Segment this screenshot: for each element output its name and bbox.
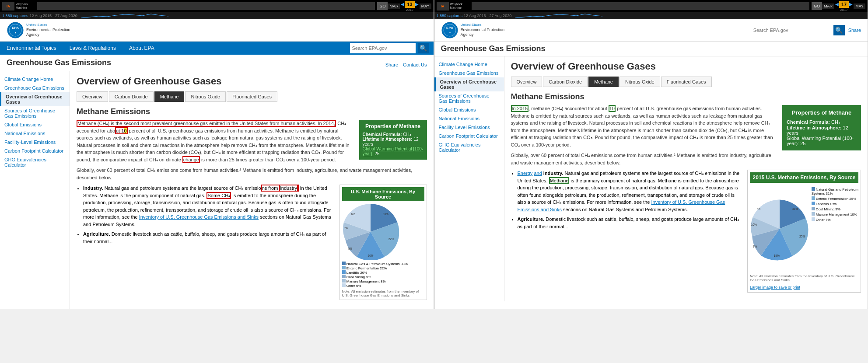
sidebar-ghg-calc-right[interactable]: GHG Equivalencies Calculator bbox=[434, 140, 504, 154]
wayback-subtitle-right: Machine bbox=[450, 6, 463, 10]
tab-overview-right[interactable]: Overview bbox=[511, 77, 542, 87]
tabs-right: Overview Carbon Dioxide Methane Nitrous … bbox=[511, 77, 861, 87]
sidebar-climate-home-right[interactable]: Climate Change Home bbox=[434, 60, 504, 69]
sidebar-global-left[interactable]: Global Emissions bbox=[0, 120, 70, 129]
epa-text-left: United States Environmental Protection A… bbox=[26, 23, 70, 38]
captures-range-right: 12 Aug 2016 - 27 Aug 2020 bbox=[464, 14, 511, 18]
gwp-link-left[interactable]: Global Warming Potential [100-year]: bbox=[363, 147, 424, 156]
share-link-left[interactable]: Share bbox=[385, 62, 398, 67]
next-arrow-right[interactable]: ▶ bbox=[849, 2, 853, 7]
chart-section-right: 2015 U.S. Methane Emissions, By Source bbox=[511, 170, 861, 297]
sidebar-sources-left[interactable]: Sources of Greenhouse Gas Emissions bbox=[0, 106, 70, 120]
sidebar-ghg-emissions-left[interactable]: Greenhouse Gas Emissions bbox=[0, 84, 70, 92]
inventory-link-right[interactable]: Inventory of U.S. Greenhouse Gas Emissio… bbox=[518, 199, 725, 212]
and-link-right[interactable]: and bbox=[534, 171, 542, 176]
sidebar-overview-right[interactable]: Overview of Greenhouse Gases bbox=[434, 77, 504, 91]
wayback-logo-right: IA Wayback Machine bbox=[437, 2, 472, 10]
wayback-logo-left: IA Wayback Machine bbox=[2, 2, 37, 10]
sidebar-facility-right[interactable]: Facility-Level Emissions bbox=[434, 123, 504, 132]
sidebar-sources-right[interactable]: Sources of Greenhouse Gas Emissions bbox=[434, 91, 504, 105]
contact-link-left[interactable]: Contact Us bbox=[403, 62, 427, 67]
tab-co2-right[interactable]: Carbon Dioxide bbox=[543, 77, 588, 87]
tab-methane-left[interactable]: Methane bbox=[154, 91, 185, 102]
svg-point-0 bbox=[7, 22, 23, 38]
url-bar-right: https://www.epa.gov/ghgemissions/overvie… bbox=[472, 2, 822, 10]
wayback-title: Wayback bbox=[16, 3, 28, 6]
sidebar-national-left[interactable]: National Emissions bbox=[0, 129, 70, 138]
epa-header-right: EPA ◆ United States Environmental Protec… bbox=[434, 19, 868, 42]
svg-text:9%: 9% bbox=[348, 247, 353, 250]
next-month-left[interactable]: MAY bbox=[420, 3, 431, 9]
sidebar-national-right[interactable]: National Emissions bbox=[434, 114, 504, 123]
tab-co2-left[interactable]: Carbon Dioxide bbox=[109, 91, 154, 102]
sidebar-ghg-emissions-right[interactable]: Greenhouse Gas Emissions bbox=[434, 69, 504, 77]
sidebar-global-right[interactable]: Global Emissions bbox=[434, 105, 504, 114]
epa-name-left: United States bbox=[26, 23, 70, 27]
search-input-left[interactable] bbox=[350, 43, 416, 53]
calendar-nav-left: MAR ◀ 13 ▶ 2017 MAY bbox=[388, 1, 431, 12]
sidebar-overview-left[interactable]: Overview of Greenhouse Gases bbox=[0, 92, 70, 106]
properties-box-left: Properties of Methane Chemical Formula: … bbox=[359, 120, 427, 160]
prev-arrow-right[interactable]: ◀ bbox=[835, 2, 839, 7]
main-content-left: Overview of Greenhouse Gases Overview Ca… bbox=[70, 71, 434, 309]
url-bar-left: https://www.epa.gov/ghgemissions/overvie… bbox=[37, 2, 388, 10]
next-arrow-left[interactable]: ▶ bbox=[415, 2, 419, 7]
go-button-right[interactable]: GO bbox=[812, 2, 822, 10]
inventory-link-left[interactable]: Inventory of U.S. Greenhouse Gas Emissio… bbox=[139, 214, 259, 220]
sidebar-facility-left[interactable]: Facility-Level Emissions bbox=[0, 138, 70, 147]
energy-link-right[interactable]: Energy bbox=[518, 171, 533, 176]
share-link-right[interactable]: Share bbox=[848, 28, 861, 33]
tab-n2o-right[interactable]: Nitrous Oxide bbox=[620, 77, 660, 87]
next-month-right[interactable]: MAY bbox=[854, 3, 865, 9]
nav-env-topics-left[interactable]: Environmental Topics bbox=[0, 42, 63, 55]
prev-month-right[interactable]: MAR bbox=[822, 3, 834, 9]
nav-about-left[interactable]: About EPA bbox=[122, 42, 161, 55]
chart-save-right: Larger image to save or print bbox=[750, 284, 858, 290]
svg-text:20%: 20% bbox=[368, 254, 373, 257]
search-button-right[interactable]: 🔍 bbox=[833, 25, 845, 35]
sidebar-ghg-calc-left[interactable]: GHG Equivalencies Calculator bbox=[0, 155, 70, 169]
sidebar-right: Climate Change Home Greenhouse Gas Emiss… bbox=[434, 56, 504, 301]
sidebar-carbon-right[interactable]: Carbon Footprint Calculator bbox=[434, 132, 504, 140]
sidebar-carbon-left[interactable]: Carbon Footprint Calculator bbox=[0, 147, 70, 155]
search-input-right[interactable] bbox=[751, 25, 830, 35]
main-title-right: Overview of Greenhouse Gases bbox=[511, 61, 861, 72]
sparkline-right bbox=[515, 13, 602, 19]
nav-laws-left[interactable]: Laws & Regulations bbox=[63, 42, 122, 55]
captures-link-right[interactable]: 1,880 captures bbox=[437, 14, 463, 18]
svg-text:6%: 6% bbox=[351, 213, 355, 216]
nav-search-left: 🔍 bbox=[346, 43, 434, 53]
lifetime-right: Lifetime in Atmosphere: 12 years bbox=[787, 125, 857, 136]
svg-point-10 bbox=[442, 22, 458, 38]
url-input-right[interactable]: https://www.epa.gov/ghgemissions/overvie… bbox=[472, 2, 809, 10]
epa-seal-right: EPA ◆ bbox=[441, 21, 458, 39]
captures-bar-right: 1,880 captures 12 Aug 2016 - 27 Aug 2020 bbox=[434, 12, 868, 19]
gwp-link-right[interactable]: Global Warming Potential (100-year): bbox=[787, 136, 854, 146]
body-text-2-left: Globally, over 60 percent of total CH₄ e… bbox=[77, 167, 427, 181]
captures-link-left[interactable]: 1,880 captures bbox=[2, 14, 28, 18]
wayback-bar-right: IA Wayback Machine https://www.epa.gov/g… bbox=[434, 0, 868, 12]
tab-n2o-left[interactable]: Nitrous Oxide bbox=[185, 91, 226, 102]
svg-text:7%: 7% bbox=[756, 207, 761, 210]
tab-methane-right[interactable]: Methane bbox=[588, 77, 619, 87]
prev-arrow-left[interactable]: ◀ bbox=[401, 2, 404, 7]
sidebar-left: Climate Change Home Greenhouse Gas Emiss… bbox=[0, 71, 70, 309]
prev-month-left[interactable]: MAR bbox=[388, 3, 400, 9]
epa-header-left: EPA ◆ United States Environmental Protec… bbox=[0, 19, 434, 42]
go-button-left[interactable]: GO bbox=[377, 2, 388, 10]
tab-fluorinated-left[interactable]: Fluorinated Gases bbox=[227, 91, 277, 102]
search-button-left[interactable]: 🔍 bbox=[418, 43, 429, 53]
larger-image-link-right[interactable]: Larger image to save or print bbox=[750, 285, 800, 290]
sidebar-climate-home-left[interactable]: Climate Change Home bbox=[0, 75, 70, 84]
tab-fluorinated-right[interactable]: Fluorinated Gases bbox=[661, 77, 712, 87]
chart-content-right: 31% 25% 18% 9% 10% 7% Natural Gas and Pe… bbox=[750, 185, 858, 272]
epa-name-right: United States bbox=[461, 23, 505, 27]
url-input-left[interactable]: https://www.epa.gov/ghgemissions/overvie… bbox=[37, 2, 375, 10]
header-right-actions: 🔍 Share bbox=[751, 25, 861, 35]
tab-overview-left[interactable]: Overview bbox=[77, 91, 108, 102]
tabs-left: Overview Carbon Dioxide Methane Nitrous … bbox=[77, 91, 427, 102]
properties-title-right: Properties of Methane bbox=[787, 109, 857, 116]
calendar-nav-right: MAR ◀ 17 ▶ 2017 MAY bbox=[822, 1, 865, 12]
svg-text:9%: 9% bbox=[753, 245, 757, 248]
wayback-title-right: Wayback bbox=[450, 3, 463, 6]
